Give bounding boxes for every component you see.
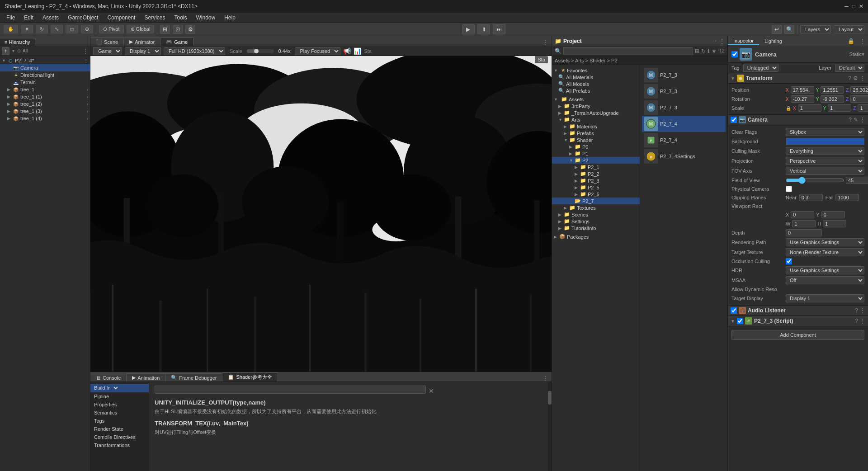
filter-icon[interactable]: ⊞ [695,48,699,54]
hierarchy-item-terrain[interactable]: 🗻 Terrain [0,79,90,86]
rotation-x-input[interactable] [791,95,814,103]
buildin-dropdown[interactable]: ▾ [112,385,119,391]
resolution-select[interactable]: Full HD (1920x1080) [164,47,225,55]
stats-icon[interactable]: 📊 [354,47,361,55]
menu-component[interactable]: Component [104,14,139,22]
vp-h-input[interactable] [823,220,846,227]
project-search-input[interactable] [563,47,693,55]
menu-file[interactable]: File [3,14,19,22]
hierarchy-options-icon[interactable]: ⋮ [83,48,88,54]
scale-x-input[interactable] [798,104,821,112]
inspector-lock-icon[interactable]: 🔒 [845,38,857,44]
add-project-btn[interactable]: + [714,38,717,44]
sidebar-item-pipline[interactable]: Pipline [90,392,149,400]
inspector-options-icon[interactable]: ⋮ [857,38,868,44]
proj-3rdparty[interactable]: ▶ 📁 3rdParty [552,103,640,109]
near-input[interactable] [799,194,823,201]
proj-shader[interactable]: ▼ 📁 Shader [552,137,640,143]
culling-mask-select[interactable]: Everything [786,147,864,155]
pause-button[interactable]: ⏸ [477,24,490,34]
proj-p2-5[interactable]: ▶ 📁 P2_5 [552,184,640,191]
hierarchy-item-tree1-3[interactable]: ▶ 📦 tree_1 (3) › [0,108,90,115]
project-options-icon[interactable]: ⋮ [719,38,725,44]
layer-select[interactable]: Default [835,64,864,72]
sidebar-item-renderstate[interactable]: Render State [90,425,149,433]
asset-p2-7-3-b[interactable]: M P2_7_3 [642,83,726,99]
mute-icon[interactable]: 📢 [343,47,351,55]
search-btn[interactable]: 🔍 [784,25,794,34]
layers-select[interactable]: Layers [800,25,831,33]
panel-options-icon[interactable]: ⋮ [539,39,552,46]
proj-p2-7[interactable]: 📂 P2_7 [552,198,640,204]
asset-p2-7-3-c[interactable]: M P2_7_3 [642,99,726,116]
script-active-checkbox[interactable] [737,318,743,324]
proj-tutorialinfo[interactable]: ▶ 📁 TutorialInfo [552,225,640,231]
menu-help[interactable]: Help [221,14,239,22]
script-question-icon[interactable]: ? [855,318,858,324]
menu-window[interactable]: Window [192,14,219,22]
position-y-input[interactable] [821,86,844,94]
hierarchy-item-camera[interactable]: 📷 Camera [0,64,90,71]
tool-w[interactable]: ✦ [21,25,33,33]
menu-gameobject[interactable]: GameObject [64,14,102,22]
info-icon[interactable]: ℹ [708,48,710,54]
proj-p1[interactable]: ▶ 📁 P1 [552,150,640,157]
item-options[interactable]: ⋮ [84,58,88,63]
background-color-swatch[interactable] [786,138,864,145]
play-button[interactable]: ▶ [462,24,475,34]
tab-scene[interactable]: ⬛ Scene [90,38,124,46]
physical-camera-checkbox[interactable] [786,186,792,192]
proj-settings[interactable]: ▶ 📁 Settings [552,218,640,225]
proj-all-prefabs[interactable]: 🔍 All Prefabs [552,87,640,94]
scale-slider[interactable] [247,49,274,53]
undo-btn[interactable]: ↩ [772,25,782,34]
proj-assets-root[interactable]: ▼ 📁 Assets [552,96,640,103]
proj-prefabs[interactable]: ▶ 📁 Prefabs [552,130,640,137]
grid-btn[interactable]: ⊞ [160,25,170,34]
audio-more-icon[interactable]: ⋮ [860,307,865,314]
transform-gear-icon[interactable]: ⚙ [853,75,858,81]
transform-question-icon[interactable]: ? [848,75,851,81]
hierarchy-item-tree1[interactable]: ▶ 📦 tree_1 › [0,86,90,93]
proj-all-materials[interactable]: 🔍 All Materials [552,74,640,80]
camera-component-header[interactable]: 📷 Camera ? ✎ ⋮ [728,115,868,125]
fov-input[interactable] [846,177,868,184]
search-clear-btn[interactable]: ✕ [429,387,434,395]
gizmos-icon[interactable]: Sta [364,48,372,54]
tool-r[interactable]: ⤡ [51,25,63,33]
star-icon[interactable]: ★ [712,48,717,54]
tab-game[interactable]: 🎮 Game [160,38,193,46]
proj-arts[interactable]: ▼ 📁 Arts [552,116,640,123]
tag-select[interactable]: Untagged [743,64,778,72]
camera-edit-icon[interactable]: ✎ [854,117,858,123]
display-num-select[interactable]: Display 1 [125,47,161,55]
vp-w-input[interactable] [792,220,816,227]
proj-terrain-auto[interactable]: ▶ 📁 _TerrainAutoUpgrade [552,109,640,116]
depth-input[interactable] [786,229,822,236]
script-more-icon[interactable]: ⋮ [860,318,865,324]
proj-p0[interactable]: ▶ 📁 P0 [552,143,640,150]
sidebar-item-transform[interactable]: Transformations [90,441,149,449]
vp-y-input[interactable] [821,211,845,218]
script-component-header[interactable]: ▼ # P2_7_3 (Script) ? ⋮ [728,316,868,326]
position-z-input[interactable] [850,86,868,94]
audio-active-checkbox[interactable] [731,307,737,314]
tool-t[interactable]: ▭ [66,25,78,33]
sidebar-item-tags[interactable]: Tags [90,417,149,425]
clear-flags-select[interactable]: Skybox [786,128,864,136]
step-button[interactable]: ⏭ [493,24,505,34]
minimize-btn[interactable]: ─ [844,3,849,9]
hierarchy-item-tree1-2[interactable]: ▶ 📦 tree_1 (2) › [0,100,90,108]
static-dropdown-icon[interactable]: ▾ [862,51,864,57]
audio-question-icon[interactable]: ? [855,307,858,314]
menu-services[interactable]: Services [141,14,169,22]
console-scrollbar[interactable] [548,382,552,471]
target-texture-select[interactable]: None (Render Texture [786,248,864,256]
transform-more-icon[interactable]: ⋮ [860,75,865,81]
sidebar-item-semantics[interactable]: Semantics [90,409,149,417]
hierarchy-tab[interactable]: ≡ Hierarchy [0,38,35,46]
tab-lighting[interactable]: Lighting [759,38,788,45]
scale-y-input[interactable] [828,104,851,112]
proj-p2-1[interactable]: ▶ 📁 P2_1 [552,164,640,170]
tab-inspector[interactable]: Inspector [728,37,759,45]
